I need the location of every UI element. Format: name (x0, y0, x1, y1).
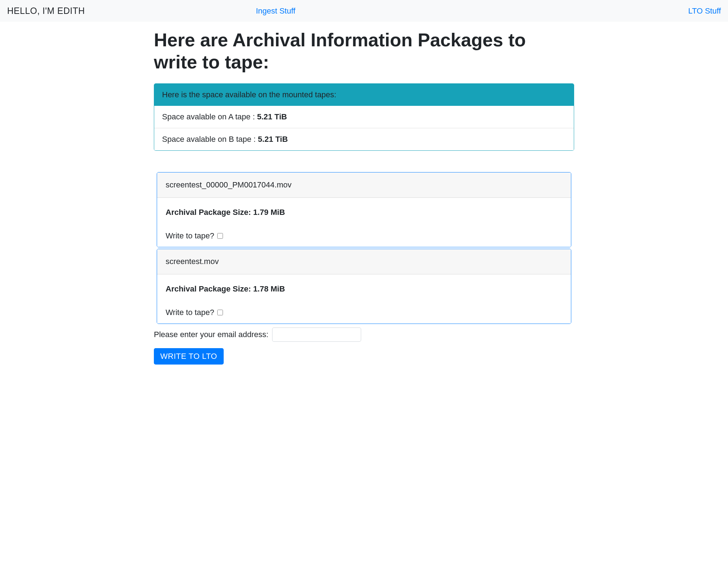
tape-space-item-b: Space avalable on B tape : 5.21 TiB (154, 128, 574, 150)
package-body: Archival Package Size: 1.79 MiB Write to… (157, 198, 571, 247)
nav-link-lto[interactable]: LTO Stuff (688, 6, 721, 16)
tape-space-item-a: Space avalable on A tape : 5.21 TiB (154, 106, 574, 128)
write-prompt-text: Write to tape? (166, 308, 214, 317)
tape-b-label: Space avalable on B tape : (162, 135, 258, 144)
packages-list: screentest_00000_PM0017044.mov Archival … (154, 172, 574, 324)
email-label: Please enter your email address: (154, 330, 269, 339)
page-title: Here are Archival Information Packages t… (154, 29, 574, 73)
email-input[interactable] (272, 327, 361, 342)
tape-space-card: Here is the space available on the mount… (154, 83, 574, 151)
package-filename: screentest_00000_PM0017044.mov (157, 172, 571, 198)
tape-b-value: 5.21 TiB (258, 135, 288, 144)
write-to-tape-checkbox[interactable] (217, 310, 223, 315)
brand-title: HELLO, I'M EDITH (7, 6, 85, 16)
tape-a-value: 5.21 TiB (257, 112, 287, 121)
navbar-links: Ingest Stuff LTO Stuff (256, 6, 721, 16)
package-card: screentest_00000_PM0017044.mov Archival … (157, 172, 571, 247)
navbar: HELLO, I'M EDITH Ingest Stuff LTO Stuff (0, 0, 728, 22)
tape-a-label: Space avalable on A tape : (162, 112, 257, 121)
package-size-label: Archival Package Size: 1.78 MiB (166, 284, 562, 294)
write-to-tape-checkbox[interactable] (217, 233, 223, 239)
nav-link-ingest[interactable]: Ingest Stuff (256, 6, 295, 16)
package-body: Archival Package Size: 1.78 MiB Write to… (157, 274, 571, 324)
package-size-label: Archival Package Size: 1.79 MiB (166, 208, 562, 217)
write-to-lto-button[interactable]: WRITE TO LTO (154, 348, 224, 365)
package-filename: screentest.mov (157, 249, 571, 274)
main-container: Here are Archival Information Packages t… (154, 22, 574, 372)
tape-space-list: Space avalable on A tape : 5.21 TiB Spac… (154, 106, 574, 150)
write-to-tape-label: Write to tape? (166, 308, 223, 317)
write-prompt-text: Write to tape? (166, 231, 214, 241)
email-row: Please enter your email address: (154, 327, 574, 342)
tape-space-header: Here is the space available on the mount… (154, 84, 574, 106)
write-to-tape-label: Write to tape? (166, 231, 223, 241)
package-card: screentest.mov Archival Package Size: 1.… (157, 249, 571, 324)
